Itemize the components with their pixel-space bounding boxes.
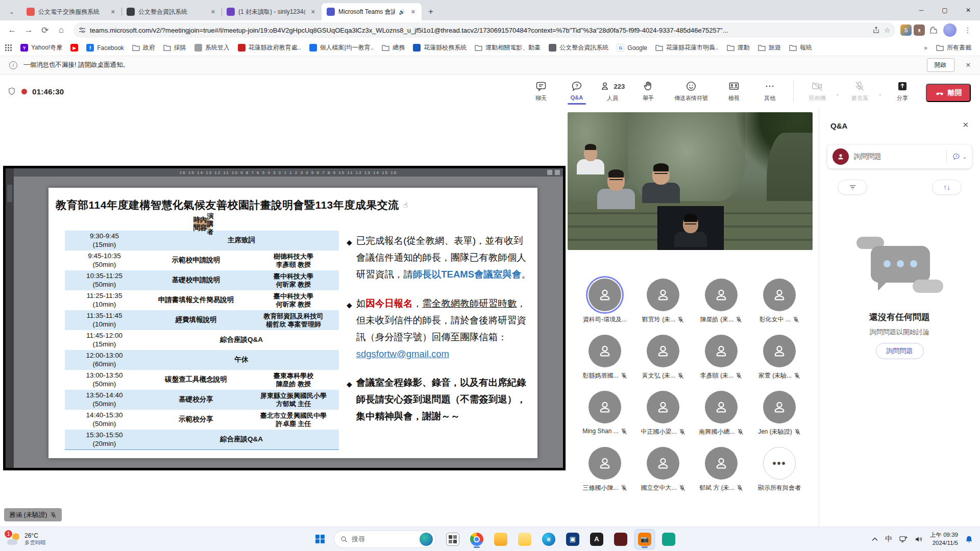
file-explorer-taskbar-button[interactable] (491, 530, 510, 549)
hidden-icons-chevron[interactable] (872, 537, 878, 541)
browser-profile-avatar[interactable] (943, 23, 957, 37)
hand-button[interactable]: 舉手 (632, 78, 665, 105)
participant-tile[interactable]: 資科司-環境及... (576, 276, 634, 332)
leave-button[interactable]: 離開 (926, 84, 971, 102)
forward-button[interactable]: → (21, 23, 36, 37)
all-bookmarks-button[interactable]: 所有書籤 (933, 42, 975, 54)
taskbar-search[interactable]: 搜尋 (334, 531, 436, 548)
bookmark-item[interactable]: 報統 (786, 42, 816, 54)
share-page-icon[interactable] (872, 27, 880, 34)
browser-tab-4[interactable]: Microsoft Teams 會議 | Mi.. 🔊 ✕ (322, 3, 422, 20)
store-taskbar-button[interactable]: ▣ (563, 530, 582, 549)
extension-smartpki-icon[interactable]: S (900, 24, 912, 36)
share-button[interactable]: 分享 (886, 78, 919, 105)
bookmark-item[interactable]: 花蓮縣花蓮市明義.. (652, 42, 722, 54)
site-settings-icon[interactable] (79, 27, 86, 34)
tab-search-chevron-icon[interactable]: ⌄ (3, 3, 20, 20)
camera-button[interactable]: 照相機 (801, 78, 834, 105)
new-tab-button[interactable]: + (424, 5, 438, 19)
task-view-taskbar-button[interactable] (443, 530, 462, 549)
notification-bell-icon[interactable] (965, 535, 973, 543)
folder-taskbar-button[interactable] (515, 530, 534, 549)
back-button[interactable]: ← (5, 23, 19, 37)
volume-icon[interactable] (915, 536, 923, 543)
participant-tile[interactable]: 國立空中大... (634, 444, 692, 500)
taskbar-clock[interactable]: 上午 09:39 2024/11/5 (930, 531, 958, 547)
browser-tab-3[interactable]: (1 封未讀取) - sinly1234@yah.. ✕ (222, 3, 322, 20)
shared-screen[interactable]: 16 15 14 13 12 11 10 9 8 7 6 5 4 3 2 1 1… (3, 166, 566, 470)
ime-indicator[interactable]: 中 (885, 535, 892, 544)
bookmark-item[interactable]: fFacebook (83, 42, 128, 53)
participant-tile[interactable]: 家萱 (未驗... (750, 332, 808, 388)
qa-mode-dropdown[interactable]: ? ⌄ (952, 153, 967, 161)
bookmark-item[interactable]: 運動 (723, 42, 753, 54)
start-button[interactable] (310, 530, 330, 549)
qa-ask-input[interactable]: 詢問問題 ? ⌄ (827, 145, 972, 168)
refresh-button[interactable]: ⟳ (38, 23, 52, 37)
view-button[interactable]: 檢視 (718, 78, 750, 105)
extensions-puzzle-icon[interactable] (927, 26, 939, 34)
browser-tab-1[interactable]: 公文電子交換服務系統 ✕ (21, 3, 121, 20)
participant-tile[interactable]: 彰化女中 ... (750, 276, 808, 332)
participant-tile[interactable]: 三條國小陳... (576, 444, 634, 500)
tab-audio-icon[interactable]: 🔊 (399, 9, 405, 15)
apps-grid-icon[interactable] (5, 44, 12, 51)
bookmark-star-icon[interactable]: ☆ (884, 27, 890, 34)
tab-close-icon[interactable]: ✕ (209, 8, 217, 16)
show-all-participants-button[interactable]: ••• 顯示所有與會者 (750, 444, 808, 500)
participant-tile[interactable]: 中正國小梁... (634, 388, 692, 444)
close-button[interactable]: ✕ (957, 0, 980, 20)
bookmark-item[interactable]: 總務 (378, 42, 408, 54)
mic-button[interactable]: 麥克風 (843, 78, 876, 105)
participant-tile[interactable]: Ming Shan ... (576, 388, 634, 444)
participant-tile[interactable]: 陳星皓 (來... (692, 276, 750, 332)
camera-chevron-icon[interactable]: ⌄ (836, 91, 840, 96)
mic-chevron-icon[interactable]: ⌄ (878, 91, 882, 96)
bookmark-item[interactable]: ▶ (67, 42, 82, 53)
bookmark-item[interactable]: 個人檔案|均一教育.. (306, 42, 378, 54)
bookmark-item[interactable]: 公文整合資訊系統 (545, 42, 612, 54)
bookmark-item[interactable]: 旅遊 (754, 42, 785, 54)
qa-sort-button[interactable]: ↑↓ (932, 180, 962, 195)
bookmark-item[interactable]: 系統登入 (191, 42, 233, 54)
bookmark-item[interactable]: GGoogle (613, 42, 651, 53)
participant-tile[interactable]: 李彥頤 (未... (692, 332, 750, 388)
browser-menu-kebab-icon[interactable]: ⋮ (961, 23, 975, 37)
app-a-taskbar-button[interactable]: A (587, 530, 606, 549)
enable-notifications-button[interactable]: 開啟 (927, 58, 954, 72)
qa-ask-question-button[interactable]: 詢問問題 (876, 343, 924, 359)
taskbar-weather-widget[interactable]: 1 26°C 多雲時晴 (0, 532, 53, 546)
qa-button[interactable]: ? Q&A (560, 78, 593, 104)
chat-button[interactable]: 聊天 (525, 78, 557, 105)
chrome-taskbar-button[interactable] (467, 530, 486, 549)
dismiss-notification-icon[interactable]: ✕ (966, 61, 971, 69)
participant-tile[interactable]: 鄲宜玲 (未... (634, 276, 692, 332)
tab-close-icon[interactable]: ✕ (309, 8, 317, 16)
presenter-video-tile[interactable] (568, 112, 813, 250)
participant-tile[interactable]: 南興國小總... (692, 388, 750, 444)
media-app-taskbar-button[interactable] (611, 530, 630, 549)
people-button[interactable]: 223 人員 (596, 78, 629, 105)
email-link[interactable]: sdgsfortw@gmail.com (356, 348, 449, 359)
qa-filter-button[interactable] (838, 180, 867, 195)
bookmark-item[interactable]: 花蓮縣校務系統 (409, 42, 470, 54)
bookmark-item[interactable]: 花蓮縣政府教育處.. (234, 42, 305, 54)
tab-close-icon[interactable]: ✕ (109, 8, 117, 16)
participant-tile[interactable]: 彰縣媽厝國... (576, 332, 634, 388)
edge-taskbar-button[interactable]: e (539, 530, 558, 549)
participant-tile[interactable]: 郁斌 方 (未... (692, 444, 750, 500)
bookmarks-overflow-chevron[interactable]: » (924, 44, 927, 52)
browser-tab-2[interactable]: 公文整合資訊系統 ✕ (121, 3, 222, 20)
screenshot-camera-taskbar-button[interactable]: 📷 (635, 530, 654, 549)
tab-close-icon[interactable]: ✕ (409, 8, 418, 16)
chat-app-taskbar-button[interactable] (659, 530, 678, 549)
more-button[interactable]: 其他 (753, 78, 786, 105)
bookmark-item[interactable]: 政府 (129, 42, 159, 54)
network-icon[interactable] (899, 536, 908, 543)
participant-tile[interactable]: Jen (未驗證) (750, 388, 808, 444)
home-button[interactable]: ⌂ (54, 23, 68, 37)
address-bar[interactable]: teams.microsoft.com/v2/?meetingjoin=true… (74, 22, 895, 38)
bookmark-item[interactable]: 運動相關電影、動畫 (471, 42, 544, 54)
minimize-button[interactable]: ─ (910, 0, 933, 20)
qa-close-icon[interactable]: ✕ (962, 120, 969, 130)
